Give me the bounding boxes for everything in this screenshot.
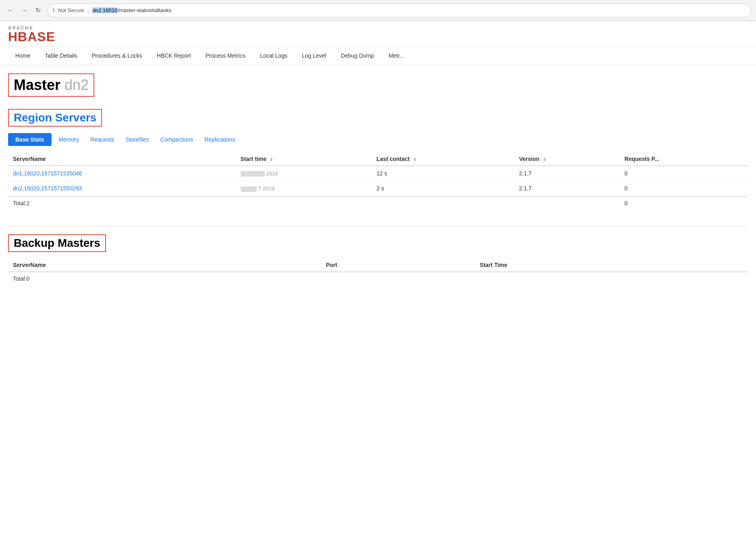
nav-item-procedures-locks[interactable]: Procedures & Locks bbox=[85, 47, 150, 65]
nav-item-process-metrics[interactable]: Process Metrics bbox=[198, 47, 253, 65]
cell-version-1: 2.1.7 bbox=[514, 166, 620, 181]
nav-item-debug-dump[interactable]: Debug Dump bbox=[334, 47, 382, 65]
tab-memory[interactable]: Memory bbox=[55, 133, 83, 146]
sort-arrows-version: ⇕ bbox=[543, 157, 546, 162]
browser-nav-buttons: ← → ↻ bbox=[5, 5, 44, 16]
total-empty-start bbox=[236, 196, 372, 210]
page-wrapper: APACHE HBASE Home Table Details Procedur… bbox=[0, 21, 756, 309]
backup-masters-table: ServerName Port Start Time Total:0 bbox=[8, 258, 748, 285]
tab-storefiles[interactable]: Storefiles bbox=[121, 133, 153, 146]
security-icon: ℹ bbox=[53, 7, 55, 13]
col-version[interactable]: Version ⇕ bbox=[514, 152, 620, 166]
url-text: dn2:16010/master-status#alltasks bbox=[92, 7, 171, 13]
hbase-text: HBASE bbox=[8, 30, 748, 43]
region-servers-title: Region Servers bbox=[14, 111, 96, 124]
backup-col-server-name: ServerName bbox=[8, 258, 321, 272]
backup-col-port: Port bbox=[321, 258, 475, 272]
region-servers-table: ServerName Start time ⇕ Last contact ⇕ V… bbox=[8, 152, 748, 210]
master-label: Master bbox=[14, 77, 60, 93]
total-label: Total:2 bbox=[8, 196, 236, 210]
table-header-row: ServerName Start time ⇕ Last contact ⇕ V… bbox=[8, 152, 748, 166]
total-requests: 0 bbox=[620, 196, 748, 210]
server-link-2[interactable]: dn2,16020,1571571550293 bbox=[13, 185, 82, 192]
url-highlight: dn2:16010 bbox=[92, 7, 118, 13]
master-title-box: Master dn2 bbox=[8, 73, 94, 97]
cell-start-time-1: 2019 bbox=[236, 166, 372, 181]
nav-item-table-details[interactable]: Table Details bbox=[37, 47, 84, 65]
backup-header-row: ServerName Port Start Time bbox=[8, 258, 748, 272]
nav-item-log-level[interactable]: Log Level bbox=[295, 47, 334, 65]
backup-masters-title-box: Backup Masters bbox=[8, 234, 106, 252]
nav-item-local-logs[interactable]: Local Logs bbox=[253, 47, 295, 65]
server-link-1[interactable]: dn1,16020,1571571535046 bbox=[13, 170, 82, 177]
cell-requests-1: 0 bbox=[620, 166, 748, 181]
region-servers-tabs: Base Stats Memory Requests Storefiles Co… bbox=[8, 133, 748, 146]
address-bar[interactable]: ℹ Not Secure | dn2:16010/master-status#a… bbox=[48, 4, 751, 17]
backup-masters-section: Backup Masters ServerName Port Start Tim… bbox=[8, 234, 748, 285]
backup-total-row: Total:0 bbox=[8, 272, 748, 285]
back-button[interactable]: ← bbox=[5, 5, 16, 16]
base-text: BASE bbox=[18, 29, 55, 44]
cell-version-2: 2.1.7 bbox=[514, 181, 620, 196]
backup-total-empty-start bbox=[475, 272, 748, 285]
nav-item-home[interactable]: Home bbox=[8, 47, 37, 65]
backup-masters-title: Backup Masters bbox=[14, 237, 100, 250]
tab-requests[interactable]: Requests bbox=[86, 133, 118, 146]
main-content: Master dn2 Region Servers Base Stats Mem… bbox=[0, 65, 756, 309]
forward-button[interactable]: → bbox=[19, 5, 30, 16]
total-empty-version bbox=[514, 196, 620, 210]
total-row: Total:2 0 bbox=[8, 196, 748, 210]
col-server-name: ServerName bbox=[8, 152, 236, 166]
cell-last-contact-2: 2 s bbox=[372, 181, 514, 196]
nav-item-metr[interactable]: Metr... bbox=[381, 47, 411, 65]
hbase-logo: APACHE HBASE bbox=[8, 26, 748, 43]
cell-start-time-2: T 2019 bbox=[236, 181, 372, 196]
h-letter: H bbox=[8, 29, 18, 44]
col-last-contact[interactable]: Last contact ⇕ bbox=[372, 152, 514, 166]
backup-col-start-time: Start Time bbox=[475, 258, 748, 272]
cell-last-contact-1: 12 s bbox=[372, 166, 514, 181]
blurred-date-1 bbox=[241, 171, 265, 177]
backup-total-label: Total:0 bbox=[8, 272, 321, 285]
logo-area: APACHE HBASE bbox=[0, 21, 756, 47]
blurred-date-2 bbox=[241, 186, 257, 192]
tab-replications[interactable]: Replications bbox=[200, 133, 239, 146]
table-row: dn2,16020,1571571550293 T 2019 2 s 2.1.7… bbox=[8, 181, 748, 196]
total-empty-contact bbox=[372, 196, 514, 210]
sort-arrows-last-contact: ⇕ bbox=[413, 157, 416, 162]
col-requests: Requests P... bbox=[620, 152, 748, 166]
region-servers-section: Region Servers Base Stats Memory Request… bbox=[8, 109, 748, 210]
tab-compactions[interactable]: Compactions bbox=[156, 133, 197, 146]
cell-server-name-2: dn2,16020,1571571550293 bbox=[8, 181, 236, 196]
cell-server-name-1: dn1,16020,1571571535046 bbox=[8, 166, 236, 181]
not-secure-label: Not Secure bbox=[58, 7, 84, 13]
section-divider bbox=[8, 226, 748, 226]
table-row: dn1,16020,1571571535046 2019 12 s 2.1.7 … bbox=[8, 166, 748, 181]
browser-chrome: ← → ↻ ℹ Not Secure | dn2:16010/master-st… bbox=[0, 0, 756, 21]
apache-text: APACHE bbox=[8, 26, 748, 30]
tab-base-stats[interactable]: Base Stats bbox=[8, 133, 52, 146]
backup-total-empty-port bbox=[321, 272, 475, 285]
nav-item-hbck-report[interactable]: HBCK Report bbox=[150, 47, 198, 65]
sort-arrows-start-time: ⇕ bbox=[270, 157, 273, 162]
master-server-name: dn2 bbox=[64, 77, 89, 93]
col-start-time[interactable]: Start time ⇕ bbox=[236, 152, 372, 166]
cell-requests-2: 0 bbox=[620, 181, 748, 196]
region-servers-title-box: Region Servers bbox=[8, 109, 102, 127]
nav-bar: Home Table Details Procedures & Locks HB… bbox=[0, 47, 756, 65]
url-separator: | bbox=[87, 7, 89, 14]
reload-button[interactable]: ↻ bbox=[32, 5, 44, 16]
